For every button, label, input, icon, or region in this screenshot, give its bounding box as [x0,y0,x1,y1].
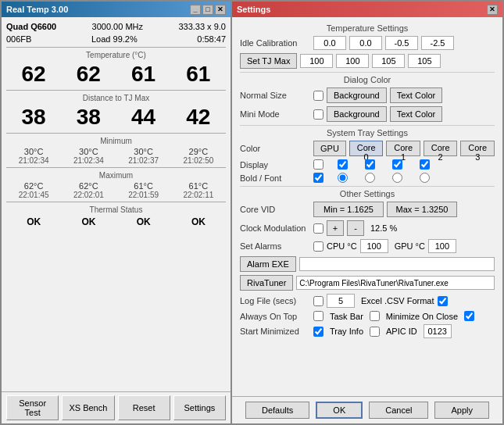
minimize-close-check[interactable] [464,311,474,321]
bold-radio-1[interactable] [365,173,375,183]
right-close-button[interactable]: ✕ [487,5,498,15]
max-time-1: 22:02:01 [65,191,112,199]
max-label: Maximum [6,171,226,180]
normal-text-color-button[interactable]: Text Color [390,88,443,103]
tj-val-0[interactable] [300,54,333,68]
clock-mod-check[interactable] [313,223,323,234]
core1-button[interactable]: Core 1 [386,141,420,156]
defaults-button[interactable]: Defaults [245,402,309,419]
cpu-alarm-label: CPU °C [327,241,357,251]
thermal-label: Thermal Status [6,205,226,214]
close-button[interactable]: ✕ [215,5,226,15]
riva-tuner-row: RivaTuner [240,275,495,291]
cpu-row1: Quad Q6600 3000.00 MHz 333.33 x 9.0 [6,20,226,33]
min-val-0: 30°C [10,147,57,156]
color-row: Color GPU Core 0 Core 1 Core 2 Core 3 [240,141,495,156]
settings-button[interactable]: Settings [173,395,226,420]
max-val-1: 62°C [65,181,112,191]
gpu-button[interactable]: GPU [313,141,346,156]
display-core3-check[interactable] [420,159,430,170]
idle-val-3[interactable] [421,36,454,50]
min-val-1: 30°C [65,147,112,156]
display-label: Display [240,160,310,170]
clock-minus-button[interactable]: - [347,220,364,236]
min-time-0: 21:02:34 [10,156,57,165]
tj-val-2[interactable] [372,54,405,68]
bold-radio-0[interactable] [338,173,348,183]
apic-val[interactable] [424,324,452,338]
idle-val-0[interactable] [313,36,346,50]
log-file-check[interactable] [313,296,323,306]
dist-3: 42 [177,105,220,130]
clock-pct: 12.5 % [370,223,397,233]
bold-gpu-check[interactable] [313,173,323,183]
display-core0-check[interactable] [338,159,348,170]
tj-val-1[interactable] [336,54,369,68]
clock-plus-button[interactable]: + [327,220,344,236]
riva-tuner-button[interactable]: RivaTuner [240,275,293,291]
tray-info-check[interactable] [370,327,380,337]
riva-tuner-path[interactable] [296,276,495,290]
start-min-check[interactable] [313,327,323,337]
alarm-exe-path[interactable] [299,257,495,271]
thermal-0: OK [13,216,55,227]
maximize-button[interactable]: □ [202,5,213,15]
right-panel: Settings ✕ Temperature Settings Idle Cal… [232,0,504,425]
display-core2-check[interactable] [392,159,402,170]
cancel-button[interactable]: Cancel [369,402,428,419]
display-row: Display [240,159,495,170]
bold-radio-2[interactable] [392,173,402,183]
reset-button[interactable]: Reset [118,395,170,420]
core2-button[interactable]: Core 2 [424,141,458,156]
max-col-2: 61°C 22:01:59 [120,181,167,199]
max-time-2: 22:01:59 [120,191,167,199]
gpu-alarm-val[interactable] [428,239,456,253]
mini-background-button[interactable]: Background [327,106,387,122]
xs-bench-button[interactable]: XS Bench [62,395,114,420]
thermal-1: OK [67,216,110,227]
display-gpu-check[interactable] [313,159,323,170]
core0-button[interactable]: Core 0 [349,141,384,156]
sensor-test-button[interactable]: Sensor Test [6,395,59,420]
clock-mod-label: Clock Modulation [240,223,310,233]
set-tj-max-button[interactable]: Set TJ Max [240,53,297,69]
mini-mode-checkbox[interactable] [313,109,323,120]
task-bar-check[interactable] [370,311,380,321]
idle-val-2[interactable] [385,36,418,50]
dist-label: Distance to TJ Max [6,94,226,102]
mins-row: 30°C 21:02:34 30°C 21:02:34 30°C 21:02:3… [6,146,226,166]
normal-size-label: Normal Size [240,91,310,100]
alarms-check[interactable] [313,241,323,252]
core-vid-label: Core VID [240,205,310,214]
bold-radio-3[interactable] [420,173,430,183]
apply-button[interactable]: Apply [434,402,489,419]
min-col-3: 29°C 21:02:50 [175,147,222,165]
cpu-time: 0:58:47 [197,34,226,44]
normal-size-checkbox[interactable] [313,91,323,101]
tj-val-3[interactable] [408,54,441,68]
color-label: Color [240,144,310,153]
maxs-row: 62°C 22:01:45 62°C 22:02:01 61°C 22:01:5… [6,180,226,200]
cpu-id: 006FB [6,34,31,44]
excel-label: Excel .CSV Format [361,296,434,305]
bold-font-row: Bold / Font [240,173,495,183]
core3-button[interactable]: Core 3 [460,141,495,156]
temp-3: 61 [177,62,220,87]
min-col-2: 30°C 21:02:37 [120,147,167,165]
cpu-alarm-val[interactable] [360,239,388,253]
max-col-1: 62°C 22:02:01 [65,181,112,199]
always-on-top-check[interactable] [313,311,323,321]
start-min-row: Start Minimized Tray Info APIC ID [240,324,495,338]
ok-button[interactable]: OK [316,402,363,419]
display-core1-check[interactable] [365,159,375,170]
excel-check[interactable] [438,296,448,306]
mini-mode-row: Mini Mode Background Text Color [240,106,495,122]
temp-settings-header: Temperature Settings [240,23,495,33]
temp-0: 62 [13,62,55,87]
idle-val-1[interactable] [349,36,382,50]
normal-background-button[interactable]: Background [327,88,387,103]
alarm-exe-button[interactable]: Alarm EXE [240,256,296,272]
minimize-button[interactable]: _ [190,5,201,15]
mini-text-color-button[interactable]: Text Color [390,106,443,122]
log-val[interactable] [327,294,355,308]
